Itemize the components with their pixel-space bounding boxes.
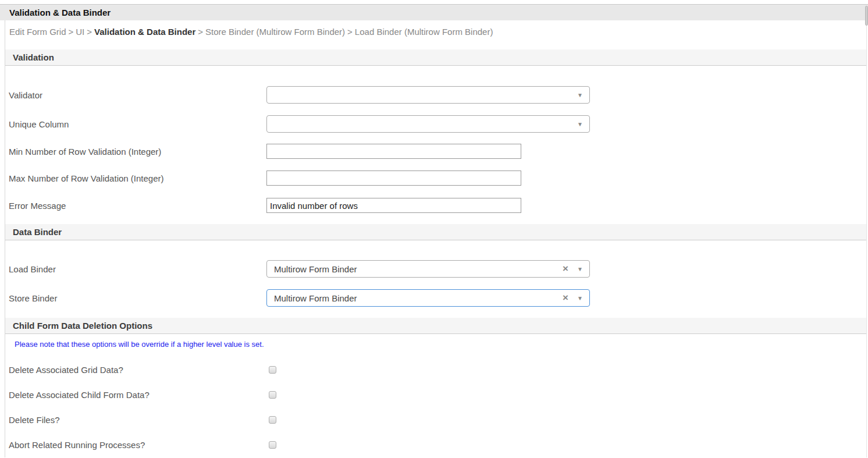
properties-panel: Edit Form Grid>UI>Validation & Data Bind… <box>5 20 867 457</box>
delete-files-label: Delete Files? <box>9 415 269 425</box>
abort-processes-checkbox[interactable] <box>269 441 276 449</box>
override-note: Please note that these options will be o… <box>15 340 866 349</box>
store-binder-label: Store Binder <box>9 293 266 303</box>
breadcrumb-separator: > <box>195 27 205 37</box>
breadcrumb-item-edit-form-grid[interactable]: Edit Form Grid <box>9 27 66 37</box>
delete-child-form-data-checkbox[interactable] <box>269 391 276 399</box>
breadcrumb-separator: > <box>66 27 76 37</box>
clear-selection-icon[interactable]: × <box>563 293 568 303</box>
section-title: Child Form Data Deletion Options <box>13 321 152 331</box>
section-header-child-form-deletion: Child Form Data Deletion Options <box>5 318 866 334</box>
vertical-scrollbar-thumb[interactable] <box>865 6 868 26</box>
delete-child-form-data-label: Delete Associated Child Form Data? <box>9 390 269 400</box>
page-title: Validation & Data Binder <box>9 8 111 17</box>
store-binder-select-value: Multirow Form Binder <box>267 293 357 303</box>
form-row-max-rows: Max Number of Row Validation (Integer) <box>5 171 866 186</box>
error-message-label: Error Message <box>9 201 266 211</box>
max-rows-label: Max Number of Row Validation (Integer) <box>9 173 266 183</box>
unique-column-label: Unique Column <box>9 119 266 129</box>
delete-grid-data-checkbox[interactable] <box>269 366 276 374</box>
chevron-down-icon: ▼ <box>577 92 583 98</box>
breadcrumb-item-store-binder[interactable]: Store Binder (Multirow Form Binder) <box>205 27 345 37</box>
load-binder-select-value: Multirow Form Binder <box>267 264 357 274</box>
form-row-store-binder: Store Binder Multirow Form Binder × ▼ <box>5 289 866 307</box>
window-title-bar: Validation & Data Binder <box>0 4 868 20</box>
store-binder-select[interactable]: Multirow Form Binder × ▼ <box>266 289 590 307</box>
form-row-error-message: Error Message <box>5 198 866 213</box>
form-row-abort-processes: Abort Related Running Processes? <box>5 439 866 450</box>
section-header-validation: Validation <box>5 49 866 66</box>
chevron-down-icon: ▼ <box>577 295 583 301</box>
breadcrumb-item-load-binder[interactable]: Load Binder (Multirow Form Binder) <box>355 27 493 37</box>
breadcrumb-item-ui[interactable]: UI <box>76 27 84 37</box>
breadcrumb-separator: > <box>345 27 355 37</box>
section-title: Validation <box>13 52 54 62</box>
min-rows-label: Min Number of Row Validation (Integer) <box>9 147 266 157</box>
error-message-input[interactable] <box>266 198 521 213</box>
form-row-min-rows: Min Number of Row Validation (Integer) <box>5 144 866 159</box>
breadcrumb: Edit Form Grid>UI>Validation & Data Bind… <box>5 20 866 37</box>
section-title: Data Binder <box>13 227 62 237</box>
chevron-down-icon: ▼ <box>577 266 583 272</box>
delete-grid-data-label: Delete Associated Grid Data? <box>9 365 269 375</box>
chevron-down-icon: ▼ <box>577 121 583 127</box>
delete-files-checkbox[interactable] <box>269 416 276 424</box>
validator-label: Validator <box>9 90 266 100</box>
clear-selection-icon[interactable]: × <box>563 264 568 274</box>
unique-column-select[interactable]: ▼ <box>266 115 590 133</box>
max-rows-input[interactable] <box>266 171 521 186</box>
form-row-delete-files: Delete Files? <box>5 414 866 425</box>
breadcrumb-separator: > <box>84 27 94 37</box>
breadcrumb-item-validation-data-binder[interactable]: Validation & Data Binder <box>94 27 195 37</box>
load-binder-select[interactable]: Multirow Form Binder × ▼ <box>266 260 590 278</box>
section-header-data-binder: Data Binder <box>5 224 866 240</box>
form-row-delete-child-form-data: Delete Associated Child Form Data? <box>5 389 866 400</box>
form-row-delete-grid-data: Delete Associated Grid Data? <box>5 364 866 375</box>
validator-select[interactable]: ▼ <box>266 86 590 104</box>
form-row-validator: Validator ▼ <box>5 86 866 104</box>
load-binder-label: Load Binder <box>9 264 266 274</box>
abort-processes-label: Abort Related Running Processes? <box>9 440 269 450</box>
form-row-unique-column: Unique Column ▼ <box>5 115 866 133</box>
min-rows-input[interactable] <box>266 144 521 159</box>
form-row-load-binder: Load Binder Multirow Form Binder × ▼ <box>5 260 866 278</box>
